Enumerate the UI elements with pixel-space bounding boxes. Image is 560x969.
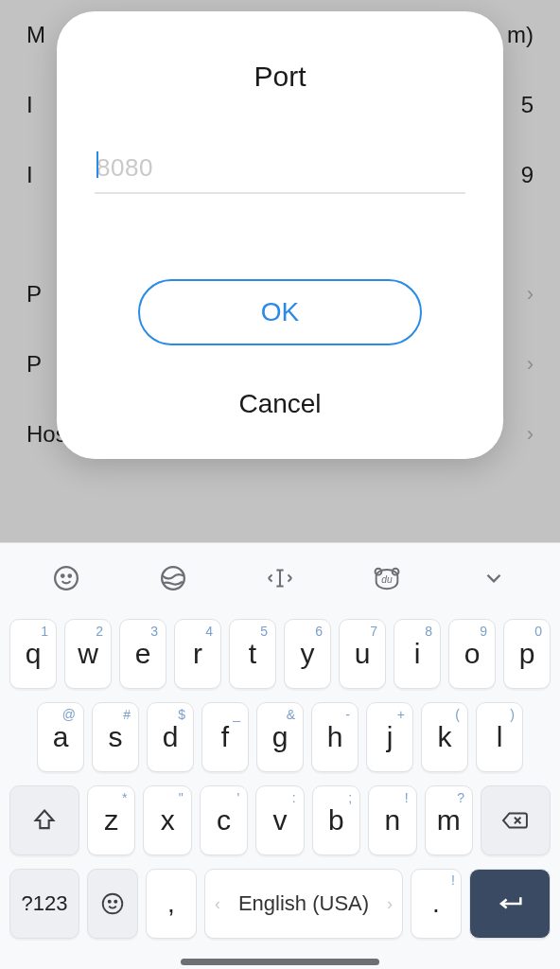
period-key[interactable]: ! . [411,869,462,939]
key-w[interactable]: 2w [64,619,112,689]
text-caret [96,151,98,178]
key-main: v [272,804,287,837]
key-superscript: 1 [41,624,48,639]
key-main: m [437,804,461,837]
key-superscript: _ [233,707,240,722]
key-main: f [221,721,229,753]
key-main: c [217,804,231,837]
key-superscript: 8 [425,624,432,639]
key-k[interactable]: (k [421,702,468,772]
key-v[interactable]: :v [255,785,304,855]
numeric-toggle-key[interactable]: ?123 [9,869,79,939]
key-main: k [438,721,452,753]
home-indicator[interactable] [181,959,379,965]
backspace-key[interactable] [481,785,551,855]
key-main: b [328,804,344,837]
key-s[interactable]: #s [92,702,139,772]
keyboard-row: ?123 , ‹ English (USA) › ! . [9,869,551,939]
key-l[interactable]: )l [476,702,523,772]
key-i[interactable]: 8i [394,619,441,689]
dialog-title: Port [95,61,465,93]
key-superscript: : [292,790,296,805]
key-main: i [414,638,421,670]
key-m[interactable]: ?m [425,785,473,855]
svg-point-0 [56,567,79,590]
key-main: . [432,889,440,919]
key-j[interactable]: +j [366,702,413,772]
key-main: e [135,638,151,670]
port-dialog: Port OK Cancel [57,11,503,459]
key-e[interactable]: 3e [119,619,166,689]
key-superscript: 0 [534,624,542,639]
globe-icon[interactable] [120,564,227,592]
key-main: z [104,804,118,837]
key-main: l [497,721,503,753]
ok-button[interactable]: OK [138,279,422,345]
key-r[interactable]: 4r [174,619,221,689]
key-g[interactable]: &g [256,702,304,772]
key-superscript: 9 [480,624,487,639]
key-a[interactable]: @a [37,702,84,772]
key-n[interactable]: !n [368,785,416,855]
key-q[interactable]: 1q [9,619,57,689]
svg-point-8 [109,901,111,903]
key-c[interactable]: 'c [200,785,248,855]
text-cursor-icon[interactable] [227,564,334,592]
key-superscript: 5 [260,624,268,639]
svg-point-7 [103,894,123,914]
key-main: p [519,638,535,670]
svg-point-9 [114,901,116,903]
key-t[interactable]: 5t [229,619,276,689]
keyboard-row: @a#s$d_f&g-h+j(k)l [9,702,551,772]
space-key-label: English (USA) [226,891,381,916]
key-superscript: ' [237,790,240,805]
key-u[interactable]: 7u [339,619,386,689]
key-superscript: ; [348,790,352,805]
key-superscript: 4 [205,624,213,639]
emoji-key[interactable] [87,869,138,939]
port-input[interactable] [95,150,465,194]
key-superscript: - [345,707,350,722]
shift-key[interactable] [9,785,79,855]
key-superscript: ! [405,790,409,805]
key-superscript: $ [178,707,185,722]
key-main: g [272,721,289,753]
cancel-button[interactable]: Cancel [95,383,465,425]
keyboard-row: 1q2w3e4r5t6y7u8i9o0p [9,619,551,689]
keyboard-toolbar: du [0,543,560,613]
key-p[interactable]: 0p [503,619,551,689]
keyboard-rows: 1q2w3e4r5t6y7u8i9o0p @a#s$d_f&g-h+j(k)l … [0,613,560,939]
key-main: h [327,721,343,753]
bear-du-icon[interactable]: du [333,564,440,592]
key-main: r [193,638,202,670]
svg-point-2 [69,574,72,577]
key-y[interactable]: 6y [284,619,331,689]
key-superscript: 2 [96,624,103,639]
chevron-down-icon[interactable] [440,566,547,590]
key-main: w [78,638,98,670]
keyboard-row: *z"x'c:v;b!n?m [9,785,551,855]
key-main: d [163,721,179,753]
soft-keyboard: du 1q2w3e4r5t6y7u8i9o0p @a#s$d_f&g-h+j(k… [0,542,560,969]
key-main: x [161,804,175,837]
key-f[interactable]: _f [201,702,249,772]
key-o[interactable]: 9o [448,619,496,689]
chevron-left-icon: ‹ [215,894,220,914]
key-superscript: ? [457,790,464,805]
key-x[interactable]: "x [143,785,191,855]
chevron-right-icon: › [387,894,393,914]
key-superscript: 6 [315,624,323,639]
svg-text:du: du [381,574,393,585]
key-superscript: @ [62,707,76,722]
key-d[interactable]: $d [147,702,194,772]
enter-key[interactable] [469,869,551,939]
key-z[interactable]: *z [87,785,135,855]
key-h[interactable]: -h [311,702,359,772]
key-superscript: * [122,790,127,805]
comma-key[interactable]: , [146,869,197,939]
key-superscript: ) [510,707,515,722]
key-b[interactable]: ;b [312,785,360,855]
space-key[interactable]: ‹ English (USA) › [204,869,403,939]
smiley-icon[interactable] [13,564,120,592]
key-main: s [109,721,123,753]
